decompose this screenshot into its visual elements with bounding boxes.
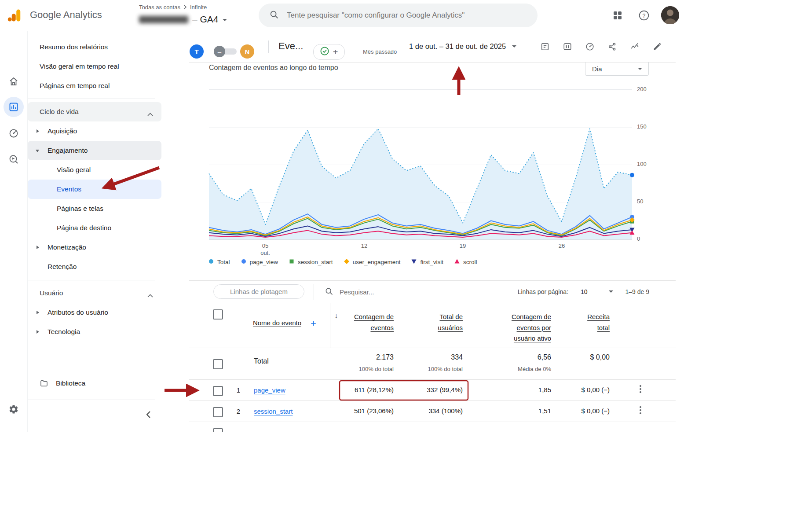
add-compare-icon[interactable]: + [333,48,338,56]
legend-marker-icon [241,258,247,266]
help-icon[interactable]: ? [638,9,650,22]
search-icon [269,10,279,21]
check-badge-icon [320,47,329,57]
breadcrumb-root[interactable]: Todas as contas [139,4,180,11]
explore-icon[interactable] [4,149,24,169]
nav-item-resumo[interactable]: Resumo dos relatórios [28,37,161,57]
nav-divider [28,280,155,280]
segment-all-users-chip[interactable]: T [190,44,204,59]
legend-marker-icon [411,258,417,266]
chart-plot-area[interactable] [209,89,632,240]
breadcrumb[interactable]: Todas as contas Infinite [139,4,207,11]
nav-item-pagina-de-destino[interactable]: Página de destino [28,218,161,238]
table-header-row: Nome do evento + ↓ Contagem de eventos T… [189,303,676,348]
nav-item-aquisicao[interactable]: Aquisição [28,121,161,141]
legend-item-page-view[interactable]: page_view [241,258,278,266]
row-menu-icon[interactable] [637,384,644,394]
legend-marker-icon [208,258,214,266]
avatar[interactable] [661,6,679,24]
insights-icon[interactable] [629,41,640,52]
toggle-knob[interactable]: – [214,46,225,57]
y-axis-tick: 50 [637,198,643,205]
legend-marker-icon [289,258,295,266]
sort-descending-icon[interactable]: ↓ [334,312,338,320]
global-search[interactable] [259,4,538,27]
expand-right-icon [37,246,39,249]
chart-section: Contagem de eventos ao longo do tempo Di… [189,62,676,281]
total-users-sub: 100% do total [401,366,463,372]
row-checkbox[interactable] [213,428,223,432]
nav-item-paginas-tempo-real[interactable]: Páginas em tempo real [28,76,161,96]
apps-grid-icon[interactable] [612,10,623,21]
nav-item-eventos[interactable]: Eventos [28,180,161,199]
collapse-nav-icon[interactable] [143,409,154,420]
nav-item-retencao[interactable]: Retenção [28,257,161,276]
nav-section-ciclo-de-vida[interactable]: Ciclo de vida [28,102,161,121]
legend-item-user-engagement[interactable]: user_engagement [344,258,401,266]
cell-event-count: 501 (23,06%) [332,407,394,415]
benchmarking-icon[interactable] [585,41,595,52]
date-range-value: 1 de out. – 31 de out. de 2025 [409,42,506,51]
event-name-link[interactable]: session_start [254,408,293,415]
rows-per-page-select[interactable]: 10 [581,288,613,295]
nav-item-tempo-real[interactable]: Visão geral em tempo real [28,57,161,76]
property-switcher[interactable]: – GA4 [139,14,227,25]
column-header-revenue[interactable]: Receita total [579,312,610,333]
segment-compare-chip[interactable]: N [240,44,254,59]
reports-icon[interactable] [4,97,24,117]
total-count-per-user: 6,56 [463,353,551,361]
table-controls: Linhas de plotagem Linhas por página: 10… [189,280,676,303]
row-checkbox[interactable] [213,407,223,417]
comparison-toggle[interactable]: – [214,46,237,57]
ga-logo-icon[interactable] [6,7,22,25]
nav-item-visao-geral[interactable]: Visão geral [28,160,161,180]
legend-item-first-visit[interactable]: first_visit [411,258,443,266]
column-header-event-count[interactable]: Contagem de eventos [343,312,394,333]
legend-item-session-start[interactable]: session_start [289,258,333,266]
column-header-count-per-user[interactable]: Contagem de eventos por usuário ativo [494,312,551,344]
event-name-link[interactable]: page_view [254,386,285,394]
table-search-input[interactable] [339,286,455,298]
total-users: 334 [401,353,463,361]
plot-rows-button[interactable]: Linhas de plotagem [213,284,304,299]
admin-gear-icon[interactable] [4,399,24,419]
row-index: 2 [233,408,244,415]
table-row[interactable] [189,422,676,432]
row-checkbox[interactable] [213,359,223,369]
report-title[interactable]: Eve... [278,40,303,52]
chart-title: Contagem de eventos ao longo do tempo [209,64,338,72]
column-header-event-name[interactable]: Nome do evento [251,318,301,329]
granularity-select[interactable]: Dia [585,62,649,76]
y-axis-tick: 200 [637,86,647,92]
total-event-count: 2.173 [332,353,394,361]
nav-item-biblioteca[interactable]: Biblioteca [28,374,161,393]
search-input[interactable] [286,11,538,20]
nav-section-usuario[interactable]: Usuário [28,283,161,303]
select-all-checkbox[interactable] [213,309,223,320]
cell-revenue: $ 0,00 (−) [548,407,610,415]
date-range-picker[interactable]: 1 de out. – 31 de out. de 2025 [409,42,516,51]
column-header-total-users[interactable]: Total de usuários [425,312,463,333]
nav-item-paginas-e-telas[interactable]: Páginas e telas [28,199,161,218]
edit-report-icon[interactable] [652,41,662,52]
legend-item-total[interactable]: Total [208,258,230,266]
chevron-down-icon [223,19,227,21]
row-checkbox[interactable] [213,386,223,396]
table-row[interactable]: 1 page_view 611 (28,12%) 332 (99,4%) 1,8… [189,379,676,401]
share-icon[interactable] [607,41,618,52]
legend-item-scroll[interactable]: scroll [454,258,477,266]
notes-icon[interactable] [540,41,550,52]
breadcrumb-org[interactable]: Infinite [190,4,207,11]
nav-item-atributos-usuario[interactable]: Atributos do usuário [28,303,161,322]
row-menu-icon[interactable] [637,405,644,415]
nav-item-monetizacao[interactable]: Monetização [28,238,161,257]
nav-item-engajamento[interactable]: Engajamento [28,141,161,160]
add-dimension-icon[interactable]: + [311,319,316,328]
x-axis-tick: 19 [454,242,472,249]
advertising-icon[interactable] [4,123,24,143]
home-icon[interactable] [4,71,24,92]
comparison-report-icon[interactable] [562,41,573,52]
nav-item-tecnologia[interactable]: Tecnologia [28,322,161,342]
redacted-account-name [139,16,188,23]
table-row[interactable]: 2 session_start 501 (23,06%) 334 (100%) … [189,400,676,422]
